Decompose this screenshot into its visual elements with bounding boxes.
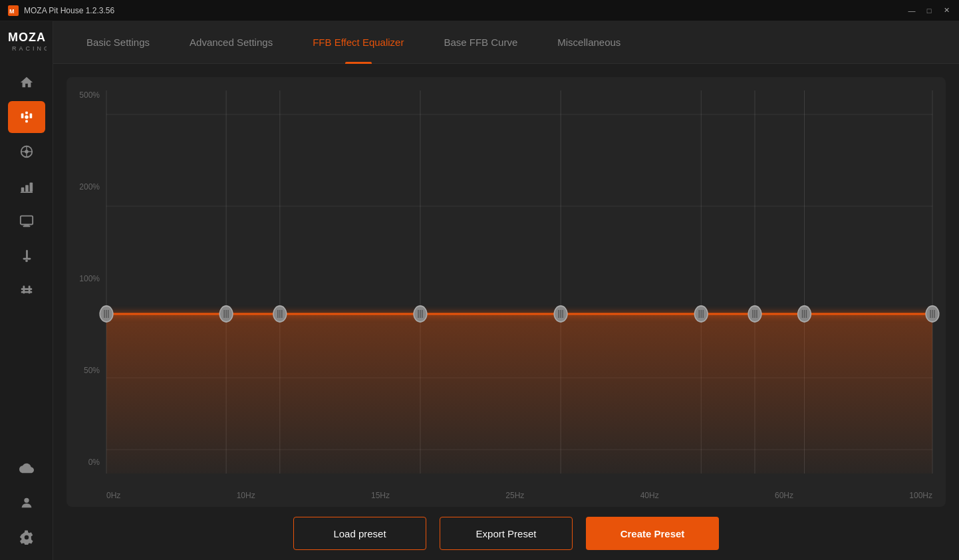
svg-text:MOZA: MOZA xyxy=(8,31,46,44)
sidebar-item-shifter[interactable] xyxy=(8,274,45,306)
svg-point-8 xyxy=(25,115,29,119)
sidebar-item-wheel[interactable] xyxy=(8,136,45,168)
shifter-icon xyxy=(19,283,34,297)
sidebar-item-pedals[interactable] xyxy=(8,170,45,202)
tab-misc[interactable]: Miscellaneous xyxy=(537,21,640,64)
app-title: MOZA Pit House 1.2.3.56 xyxy=(24,6,114,15)
x-label-15hz: 15Hz xyxy=(371,491,390,500)
svg-rect-19 xyxy=(23,225,30,227)
app-icon: M xyxy=(8,5,19,16)
footer: Load preset Export Preset Create Preset xyxy=(53,507,959,560)
close-button[interactable]: ✕ xyxy=(942,6,951,15)
logo: MOZA RACING xyxy=(7,28,47,57)
profile-icon xyxy=(19,495,34,510)
svg-rect-15 xyxy=(29,183,33,192)
y-label-50: 50% xyxy=(73,366,100,375)
x-label-40hz: 40Hz xyxy=(640,491,659,500)
svg-rect-24 xyxy=(21,291,32,293)
svg-rect-26 xyxy=(28,286,30,294)
y-label-200: 200% xyxy=(73,182,100,192)
main-layout: MOZA RACING xyxy=(0,21,959,560)
wheel-icon xyxy=(19,144,34,159)
svg-rect-18 xyxy=(24,225,29,226)
cloud-icon xyxy=(19,461,34,476)
sidebar-item-home[interactable] xyxy=(8,67,45,98)
svg-rect-6 xyxy=(29,114,32,118)
svg-rect-13 xyxy=(21,188,24,192)
svg-point-27 xyxy=(24,498,29,503)
titlebar-controls: — □ ✕ xyxy=(907,6,951,15)
maximize-button[interactable]: □ xyxy=(924,6,934,15)
tab-basic-settings[interactable]: Basic Settings xyxy=(67,21,170,64)
y-label-500: 500% xyxy=(73,90,100,100)
settings-icon xyxy=(19,530,34,545)
titlebar: M MOZA Pit House 1.2.3.56 — □ ✕ xyxy=(0,0,959,21)
titlebar-left: M MOZA Pit House 1.2.3.56 xyxy=(8,5,114,16)
minimize-button[interactable]: — xyxy=(907,6,916,15)
svg-rect-17 xyxy=(20,216,32,225)
x-label-0hz: 0Hz xyxy=(106,491,120,500)
chart-inner: OperatingWheelBody Bumps80km/h KerbEffec… xyxy=(106,90,932,474)
svg-rect-7 xyxy=(25,120,28,123)
content-area: Basic Settings Advanced Settings FFB Eff… xyxy=(53,21,959,560)
sidebar-item-display[interactable] xyxy=(8,205,45,237)
tab-bar: Basic Settings Advanced Settings FFB Eff… xyxy=(53,21,959,64)
sidebar-item-cloud[interactable] xyxy=(8,452,45,484)
svg-rect-25 xyxy=(23,286,25,294)
y-label-100: 100% xyxy=(73,274,100,283)
x-label-60hz: 60Hz xyxy=(775,491,793,500)
create-preset-button[interactable]: Create Preset xyxy=(586,517,719,550)
svg-text:M: M xyxy=(9,8,15,15)
export-preset-button[interactable]: Export Preset xyxy=(440,517,573,550)
svg-marker-57 xyxy=(106,314,932,474)
handbrake-icon xyxy=(19,248,34,263)
steering-wheel-icon xyxy=(19,110,34,124)
sidebar-item-profile[interactable] xyxy=(8,487,45,519)
sidebar-item-settings[interactable] xyxy=(8,521,45,553)
eq-chart: 500% 200% 100% 50% 0% OperatingWheelBody… xyxy=(67,77,946,507)
svg-rect-16 xyxy=(20,192,32,193)
display-icon xyxy=(19,213,34,228)
eq-container: 500% 200% 100% 50% 0% OperatingWheelBody… xyxy=(53,64,959,507)
home-icon xyxy=(19,75,34,90)
pedals-icon xyxy=(19,179,34,194)
svg-rect-21 xyxy=(23,258,31,260)
x-label-25hz: 25Hz xyxy=(505,491,524,500)
tab-ffb-eq[interactable]: FFB Effect Equalizer xyxy=(293,21,424,64)
x-label-100hz: 100Hz xyxy=(909,491,932,500)
tab-base-ffb[interactable]: Base FFB Curve xyxy=(424,21,537,64)
svg-point-22 xyxy=(25,259,28,262)
svg-rect-23 xyxy=(21,288,32,290)
x-axis: 0Hz 10Hz 15Hz 25Hz 40Hz 60Hz 100Hz xyxy=(106,491,932,500)
load-preset-button[interactable]: Load preset xyxy=(293,517,426,550)
sidebar-item-steering[interactable] xyxy=(8,101,45,133)
svg-rect-14 xyxy=(25,185,29,192)
y-axis: 500% 200% 100% 50% 0% xyxy=(73,77,100,474)
svg-rect-4 xyxy=(21,114,23,118)
tab-advanced-settings[interactable]: Advanced Settings xyxy=(170,21,293,64)
svg-rect-20 xyxy=(26,250,28,259)
x-label-10hz: 10Hz xyxy=(237,491,255,500)
sidebar-item-handbrake[interactable] xyxy=(8,239,45,271)
svg-text:RACING: RACING xyxy=(12,45,47,52)
svg-rect-5 xyxy=(25,112,28,114)
y-label-0: 0% xyxy=(73,458,100,467)
sidebar: MOZA RACING xyxy=(0,21,53,560)
